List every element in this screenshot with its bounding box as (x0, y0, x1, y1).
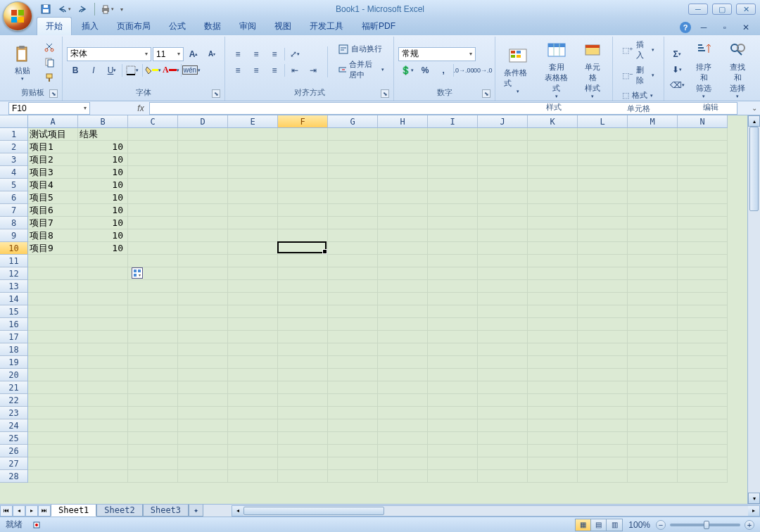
cell[interactable] (478, 255, 528, 267)
row-header-18[interactable]: 18 (0, 343, 28, 356)
cell[interactable] (378, 267, 428, 280)
cell[interactable] (678, 343, 728, 356)
cell[interactable] (128, 305, 178, 318)
cell[interactable] (528, 153, 578, 166)
bold-button[interactable]: B (67, 63, 84, 77)
cell[interactable] (678, 394, 728, 407)
cell[interactable] (528, 267, 578, 280)
cell[interactable] (278, 445, 328, 457)
cell[interactable] (678, 153, 728, 166)
cell[interactable] (578, 407, 628, 419)
row-header-14[interactable]: 14 (0, 293, 28, 305)
cell[interactable] (678, 369, 728, 381)
fx-button[interactable]: fx (132, 103, 149, 113)
cell[interactable] (628, 305, 678, 318)
column-header-G[interactable]: G (328, 115, 378, 128)
cell[interactable] (378, 445, 428, 457)
cell[interactable] (528, 305, 578, 318)
cell[interactable] (178, 305, 228, 318)
cell[interactable] (428, 191, 478, 204)
number-format-combo[interactable]: 常规▾ (398, 47, 476, 61)
cell[interactable] (178, 166, 228, 179)
cell[interactable] (628, 141, 678, 153)
cell[interactable] (478, 141, 528, 153)
cell[interactable] (528, 331, 578, 343)
scroll-up-button[interactable]: ▴ (748, 115, 760, 127)
cell[interactable] (228, 470, 278, 483)
paste-button[interactable]: 粘贴 ▾ (7, 42, 38, 83)
cell[interactable] (528, 407, 578, 419)
cell[interactable] (528, 204, 578, 217)
cell[interactable] (228, 419, 278, 432)
workbook-restore-button[interactable]: ▫ (716, 20, 733, 34)
cell[interactable] (478, 407, 528, 419)
qat-redo-button[interactable] (75, 1, 90, 17)
cell[interactable] (178, 432, 228, 445)
cell[interactable] (328, 407, 378, 419)
cell[interactable] (478, 280, 528, 293)
cell[interactable] (328, 381, 378, 394)
cell[interactable] (628, 267, 678, 280)
cell-area[interactable]: 测试项目结果项目110项目210项目310项目410项目510项目610项目71… (28, 128, 747, 504)
number-launcher[interactable]: ⬊ (482, 89, 490, 98)
find-select-button[interactable]: 查找和 选择▾ (722, 38, 753, 101)
cell[interactable] (328, 166, 378, 179)
cell[interactable] (128, 470, 178, 483)
cell[interactable] (678, 407, 728, 419)
cell[interactable] (528, 318, 578, 331)
cell[interactable] (278, 191, 328, 204)
cell[interactable] (28, 407, 78, 419)
cell[interactable] (128, 432, 178, 445)
cell[interactable] (328, 305, 378, 318)
cell[interactable] (478, 394, 528, 407)
italic-button[interactable]: I (85, 63, 102, 77)
cell[interactable] (578, 432, 628, 445)
cell[interactable] (378, 343, 428, 356)
cell[interactable] (228, 128, 278, 141)
cell-styles-button[interactable]: 单元格 样式▾ (577, 38, 608, 101)
cell[interactable] (578, 470, 628, 483)
column-header-E[interactable]: E (228, 115, 278, 128)
cell[interactable] (378, 407, 428, 419)
hscroll-thumb[interactable] (243, 507, 384, 515)
cell[interactable] (78, 470, 128, 483)
workbook-minimize-button[interactable]: ─ (695, 20, 712, 34)
cell[interactable] (78, 280, 128, 293)
cell[interactable] (228, 280, 278, 293)
increase-indent-button[interactable]: ⇥ (305, 63, 322, 77)
orientation-button[interactable]: ⤢▾ (286, 47, 303, 61)
cell[interactable] (178, 204, 228, 217)
conditional-format-button[interactable]: 条件格式▾ (500, 44, 536, 96)
cell[interactable] (178, 331, 228, 343)
cell[interactable] (678, 242, 728, 255)
cell[interactable] (178, 141, 228, 153)
cell[interactable] (528, 242, 578, 255)
column-header-N[interactable]: N (678, 115, 728, 128)
cell[interactable] (578, 457, 628, 470)
row-header-7[interactable]: 7 (0, 204, 28, 217)
tab-formulas[interactable]: 公式 (160, 18, 194, 35)
cell[interactable] (128, 179, 178, 191)
cell[interactable] (128, 204, 178, 217)
cell[interactable] (278, 229, 328, 242)
cell[interactable] (528, 280, 578, 293)
autosum-button[interactable]: Σ▾ (669, 47, 685, 61)
macro-record-button[interactable] (28, 518, 45, 532)
cell[interactable] (128, 419, 178, 432)
cell[interactable] (628, 128, 678, 141)
cell[interactable] (78, 432, 128, 445)
cell[interactable] (28, 356, 78, 369)
column-header-M[interactable]: M (628, 115, 678, 128)
cell[interactable] (278, 305, 328, 318)
cell[interactable] (628, 293, 678, 305)
cell[interactable] (328, 267, 378, 280)
cell-B5[interactable]: 10 (78, 179, 128, 191)
cell[interactable] (328, 394, 378, 407)
scroll-right-button[interactable]: ▸ (748, 506, 759, 516)
tab-data[interactable]: 数据 (196, 18, 229, 35)
tab-view[interactable]: 视图 (266, 18, 300, 35)
cell-B1[interactable]: 结果 (78, 128, 128, 141)
cell[interactable] (278, 166, 328, 179)
cell-A4[interactable]: 项目3 (28, 166, 78, 179)
accounting-format-button[interactable]: 💲▾ (398, 63, 415, 77)
